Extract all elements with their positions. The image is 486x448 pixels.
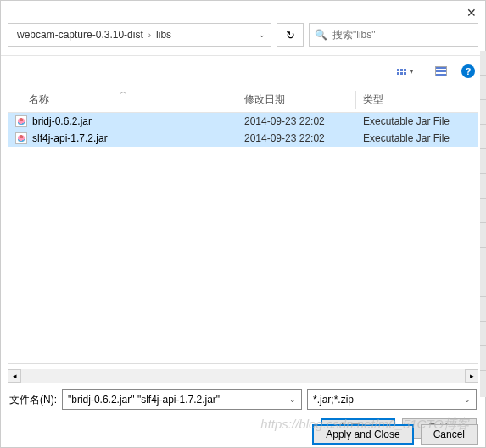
breadcrumb[interactable]: webcam-capture-0.3.10-dist › libs ⌄	[8, 23, 271, 47]
table-row[interactable]: bridj-0.6.2.jar 2014-09-23 22:02 Executa…	[8, 113, 478, 130]
scroll-left-button[interactable]: ◂	[8, 369, 21, 383]
table-row[interactable]: slf4j-api-1.7.2.jar 2014-09-23 22:02 Exe…	[8, 130, 478, 147]
apply-close-button[interactable]: Apply and Close	[312, 424, 413, 445]
grid-icon	[397, 69, 406, 75]
filter-value: *.jar;*.zip	[313, 394, 354, 406]
column-name[interactable]: ︿ 名称	[8, 87, 237, 112]
filename-label: 文件名(N):	[9, 393, 57, 407]
column-date[interactable]: 修改日期	[237, 87, 356, 112]
column-headers: ︿ 名称 修改日期 类型	[8, 87, 478, 113]
file-date: 2014-09-23 22:02	[237, 132, 356, 144]
scroll-right-button[interactable]: ▸	[465, 369, 478, 383]
chevron-right-icon: ›	[147, 31, 153, 40]
search-icon: 🔍	[315, 29, 327, 41]
search-field[interactable]	[332, 29, 472, 41]
file-date: 2014-09-23 22:02	[237, 115, 356, 127]
background-strip	[480, 51, 486, 397]
refresh-button[interactable]: ↻	[277, 23, 304, 47]
search-input[interactable]: 🔍	[309, 23, 478, 47]
jar-icon	[15, 132, 27, 144]
chevron-down-icon: ⌄	[464, 395, 471, 404]
file-type: Executable Jar File	[356, 132, 478, 144]
outer-cancel-button[interactable]: Cancel	[421, 424, 478, 445]
chevron-down-icon: ▼	[409, 69, 415, 75]
filename-field[interactable]	[68, 394, 289, 406]
breadcrumb-item[interactable]: webcam-capture-0.3.10-dist	[14, 29, 147, 41]
chevron-down-icon[interactable]: ⌄	[289, 395, 296, 404]
filter-select[interactable]: *.jar;*.zip ⌄	[307, 389, 477, 410]
help-button[interactable]: ?	[461, 64, 475, 78]
view-details-button[interactable]	[426, 61, 456, 81]
scrollbar[interactable]	[21, 369, 465, 383]
breadcrumb-item[interactable]: libs	[153, 29, 175, 41]
sort-arrow-icon: ︿	[120, 87, 127, 98]
file-name: bridj-0.6.2.jar	[32, 115, 92, 127]
file-type: Executable Jar File	[356, 115, 478, 127]
file-name: slf4j-api-1.7.2.jar	[32, 132, 108, 144]
column-type[interactable]: 类型	[356, 87, 478, 112]
close-icon[interactable]: ✕	[466, 6, 477, 20]
filename-input[interactable]: ⌄	[62, 389, 302, 410]
list-icon	[435, 66, 447, 76]
view-grid-button[interactable]: ▼	[390, 61, 421, 81]
jar-icon	[15, 115, 27, 127]
refresh-icon: ↻	[286, 29, 295, 42]
chevron-down-icon[interactable]: ⌄	[259, 31, 265, 39]
